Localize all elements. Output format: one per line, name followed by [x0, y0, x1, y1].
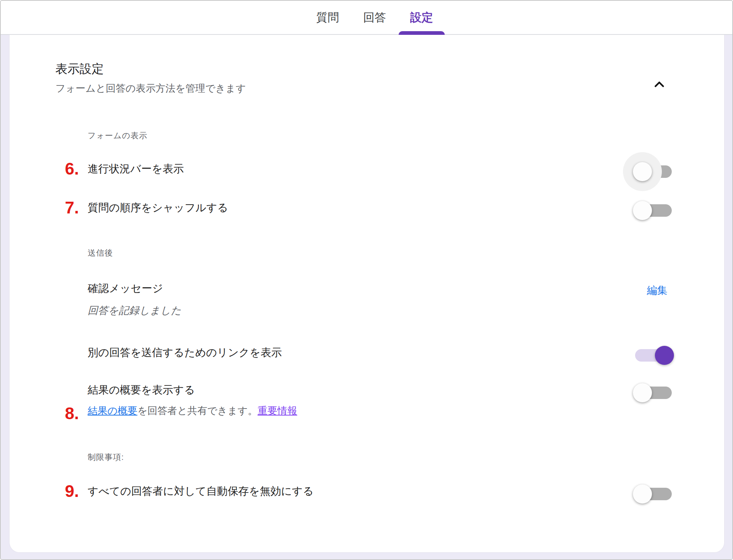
panel-title: 表示設定 [55, 61, 246, 76]
presentation-settings-card: 表示設定 フォームと回答の表示方法を管理できます フォームの表示 6. [9, 35, 725, 553]
panel-subtitle: フォームと回答の表示方法を管理できます [55, 82, 246, 95]
tab-questions-label: 質問 [316, 10, 339, 25]
section-restrictions: 制限事項: [88, 452, 678, 463]
chevron-up-icon [652, 77, 667, 93]
shuffle-questions-label: 質問の順序をシャッフルする [88, 201, 228, 215]
results-summary-toggle[interactable] [635, 387, 672, 399]
toggle-thumb [633, 383, 652, 402]
form-tab-bar: 質問 回答 設定 [1, 1, 732, 35]
tab-responses-label: 回答 [363, 10, 386, 25]
toggle-thumb [633, 201, 652, 220]
setting-row-progress-bar: 6. 進行状況バーを表示 [88, 162, 678, 178]
results-summary-description: 結果の概要を回答者と共有できます。重要情報 [88, 404, 297, 417]
tab-settings-label: 設定 [410, 10, 433, 25]
setting-row-results-summary: 8. 結果の概要を表示する 結果の概要を回答者と共有できます。重要情報 [88, 383, 678, 417]
toggle-thumb [633, 484, 652, 504]
annotation-7: 7. [65, 198, 79, 217]
shuffle-questions-toggle[interactable] [635, 204, 672, 217]
resubmit-link-label: 別の回答を送信するためのリンクを表示 [88, 345, 282, 360]
panel-header-text: 表示設定 フォームと回答の表示方法を管理できます [55, 61, 246, 95]
progress-bar-label: 進行状況バーを表示 [88, 162, 184, 176]
annotation-6: 6. [65, 159, 79, 179]
disable-autosave-toggle[interactable] [635, 488, 672, 500]
section-after-submission: 送信後 [88, 248, 678, 259]
edit-confirmation-link[interactable]: 編集 [647, 283, 667, 297]
confirmation-message-label: 確認メッセージ [88, 281, 181, 296]
tab-responses[interactable]: 回答 [363, 0, 387, 34]
settings-content-area: 表示設定 フォームと回答の表示方法を管理できます フォームの表示 6. [1, 35, 732, 560]
annotation-8: 8. [65, 403, 79, 423]
resubmit-link-toggle[interactable] [635, 349, 672, 362]
settings-list: フォームの表示 6. 進行状況バーを表示 7. 質問の順序をシャッフルする [88, 130, 678, 500]
tab-settings[interactable]: 設定 [410, 0, 434, 34]
results-summary-description-text: を回答者と共有できます。 [138, 405, 258, 416]
results-summary-label: 結果の概要を表示する [88, 383, 297, 397]
toggle-thumb [655, 346, 674, 365]
results-summary-link[interactable]: 結果の概要 [88, 405, 138, 416]
collapse-section-button[interactable] [650, 76, 668, 94]
results-summary-text: 結果の概要を表示する 結果の概要を回答者と共有できます。重要情報 [88, 383, 297, 417]
annotation-9: 9. [65, 481, 79, 501]
confirmation-message-value: 回答を記録しました [88, 304, 181, 318]
panel-header: 表示設定 フォームと回答の表示方法を管理できます [55, 61, 678, 95]
toggle-thumb [633, 162, 652, 181]
google-forms-settings-screen: 質問 回答 設定 表示設定 フォームと回答の表示方法を管理できます [0, 0, 733, 560]
tab-questions[interactable]: 質問 [316, 0, 340, 34]
important-info-link[interactable]: 重要情報 [257, 405, 297, 416]
setting-row-shuffle-questions: 7. 質問の順序をシャッフルする [88, 201, 678, 217]
confirmation-message-text: 確認メッセージ 回答を記録しました [88, 281, 181, 318]
setting-row-confirmation-message: 確認メッセージ 回答を記録しました 編集 [88, 281, 678, 318]
disable-autosave-label: すべての回答者に対して自動保存を無効にする [88, 484, 314, 498]
setting-row-disable-autosave: 9. すべての回答者に対して自動保存を無効にする [88, 484, 678, 500]
setting-row-resubmit-link: 別の回答を送信するためのリンクを表示 [88, 345, 678, 362]
progress-bar-toggle[interactable] [635, 165, 672, 178]
section-form-presentation: フォームの表示 [88, 130, 678, 141]
